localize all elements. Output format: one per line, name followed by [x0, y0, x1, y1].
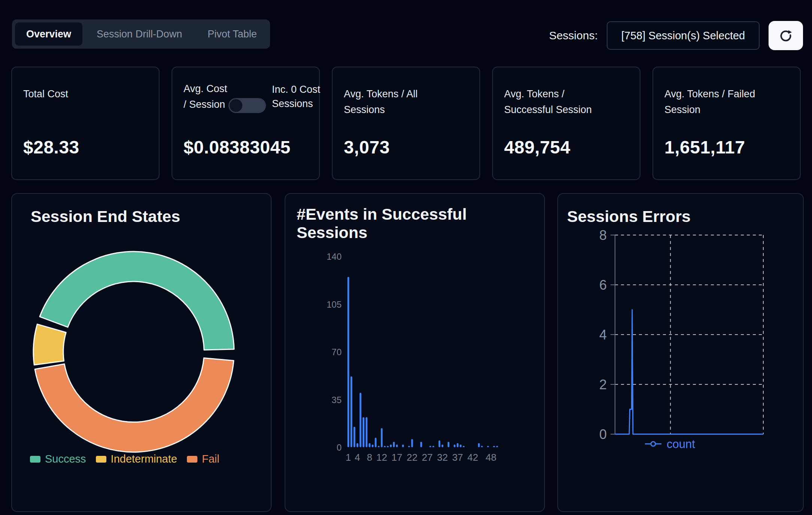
- sessions-select[interactable]: [758] Session(s) Selected: [607, 21, 760, 50]
- legend-label: Success: [45, 453, 86, 465]
- svg-text:4: 4: [355, 452, 360, 463]
- stat-value: 489,754: [504, 137, 570, 158]
- stat-value: 1,651,117: [664, 137, 745, 158]
- pie-slice-indeterminate[interactable]: [33, 324, 66, 365]
- svg-text:0: 0: [599, 427, 607, 442]
- stat-card-total-cost: Total Cost $28.33: [11, 67, 160, 180]
- stat-card-avg-tokens-all: Avg. Tokens / All Sessions 3,073: [332, 67, 480, 180]
- legend-item-indeterminate[interactable]: Indeterminate: [96, 453, 177, 465]
- events-histogram-chart[interactable]: 035701051401481217222732374248: [285, 194, 546, 513]
- refresh-button[interactable]: [769, 21, 803, 50]
- svg-text:140: 140: [327, 252, 342, 262]
- tab-pivot-table[interactable]: Pivot Table: [196, 22, 268, 46]
- line-legend-count[interactable]: count: [645, 438, 695, 451]
- stat-card-avg-cost: Avg. Cost / Session Inc. 0 Cost Sessions…: [172, 67, 320, 180]
- svg-text:0: 0: [337, 442, 342, 452]
- refresh-icon: [777, 27, 794, 44]
- legend-swatch: [96, 456, 106, 463]
- svg-text:1: 1: [346, 452, 351, 463]
- svg-text:48: 48: [486, 452, 497, 463]
- pie-slice-success[interactable]: [40, 252, 234, 350]
- events-histogram-panel: #Events in Successful Sessions 035701051…: [285, 193, 545, 512]
- stat-card-avg-tokens-success: Avg. Tokens / Successful Session 489,754: [492, 67, 640, 180]
- sessions-select-value: [758] Session(s) Selected: [621, 30, 745, 42]
- stat-value: $28.33: [23, 137, 79, 158]
- sessions-errors-chart[interactable]: 02468count: [558, 194, 805, 513]
- svg-text:8: 8: [367, 452, 372, 463]
- legend-item-fail[interactable]: Fail: [187, 453, 219, 465]
- stat-card-avg-tokens-failed: Avg. Tokens / Failed Session 1,651,117: [652, 67, 801, 180]
- pie-legend: SuccessIndeterminateFail: [30, 453, 219, 465]
- svg-text:70: 70: [331, 347, 342, 357]
- svg-text:37: 37: [452, 452, 463, 463]
- legend-swatch: [187, 456, 197, 463]
- legend-label: Fail: [202, 453, 219, 465]
- legend-swatch: [30, 456, 40, 463]
- tab-session-drill-down[interactable]: Session Drill-Down: [85, 22, 193, 46]
- svg-text:22: 22: [407, 452, 418, 463]
- svg-text:8: 8: [599, 228, 607, 243]
- tab-overview[interactable]: Overview: [15, 22, 82, 46]
- stat-label: Avg. Tokens / All Sessions: [344, 86, 452, 118]
- sessions-label: Sessions:: [549, 29, 598, 42]
- svg-text:32: 32: [437, 452, 448, 463]
- legend-label: Indeterminate: [111, 453, 177, 465]
- stat-label: Total Cost: [23, 86, 132, 102]
- sessions-header: Sessions: [758] Session(s) Selected: [549, 19, 803, 52]
- dashboard-page: Overview Session Drill-Down Pivot Table …: [0, 0, 812, 515]
- svg-text:6: 6: [599, 277, 607, 293]
- pie-slice-fail[interactable]: [35, 358, 234, 452]
- sessions-errors-panel: Sessions Errors 02468count: [557, 193, 804, 512]
- svg-text:4: 4: [599, 327, 607, 342]
- svg-text:27: 27: [422, 452, 433, 463]
- include-zero-cost-toggle[interactable]: [228, 98, 266, 113]
- svg-text:2: 2: [599, 377, 607, 392]
- tab-bar: Overview Session Drill-Down Pivot Table: [12, 19, 270, 49]
- stat-label: Avg. Tokens / Failed Session: [664, 86, 773, 118]
- svg-text:count: count: [667, 438, 695, 451]
- stat-label: Avg. Cost / Session: [184, 81, 228, 112]
- svg-text:105: 105: [327, 299, 342, 310]
- session-end-states-panel: Session End States SuccessIndeterminateF…: [11, 193, 272, 512]
- toggle-label: Inc. 0 Cost Sessions: [272, 82, 324, 111]
- svg-text:42: 42: [467, 452, 478, 463]
- svg-text:12: 12: [376, 452, 387, 463]
- stat-label: Avg. Tokens / Successful Session: [504, 86, 613, 118]
- toggle-knob: [230, 99, 242, 112]
- svg-text:17: 17: [391, 452, 402, 463]
- stat-value: 3,073: [344, 137, 390, 158]
- svg-text:35: 35: [331, 395, 342, 405]
- legend-item-success[interactable]: Success: [30, 453, 86, 465]
- stat-value: $0.08383045: [184, 137, 291, 158]
